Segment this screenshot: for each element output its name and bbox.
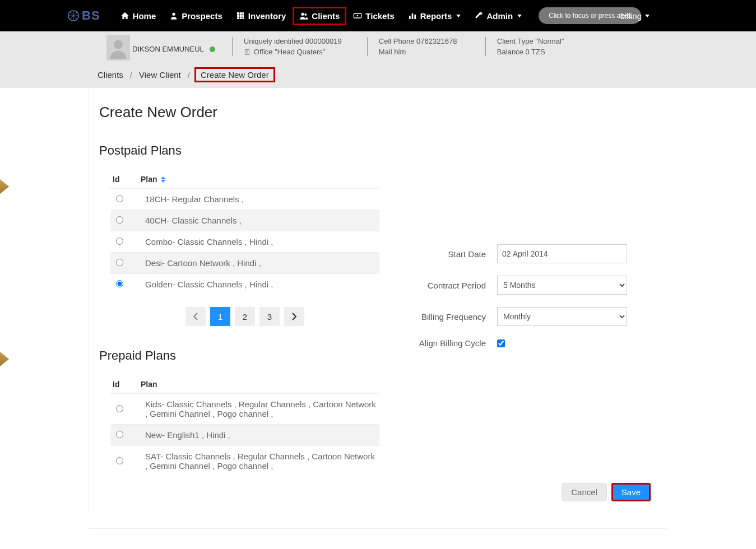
plan-radio[interactable] xyxy=(116,405,123,412)
nav-clients-label: Clients xyxy=(312,11,340,21)
postpaid-table: Id Plan 18CH- Regular Channels , xyxy=(110,170,379,295)
plan-radio[interactable] xyxy=(116,216,123,224)
svg-rect-20 xyxy=(246,50,247,52)
plan-radio[interactable] xyxy=(116,431,123,438)
nav-reports[interactable]: Reports xyxy=(401,7,468,25)
svg-rect-4 xyxy=(242,12,244,15)
nav-prospects[interactable]: Prospects xyxy=(163,7,229,25)
client-name: DIKSON EMMUNEUL xyxy=(132,45,204,53)
caret-down-icon xyxy=(645,15,650,17)
grid-icon xyxy=(236,11,245,20)
contract-label: Contract Period xyxy=(407,281,497,290)
start-date-row: Start Date xyxy=(407,244,656,263)
user-label: billing xyxy=(620,11,642,21)
edge-arrow[interactable] xyxy=(0,352,9,366)
breadcrumb-clients[interactable]: Clients xyxy=(95,69,126,81)
page-prev-button[interactable] xyxy=(185,307,206,326)
client-name-block: DIKSON EMMUNEUL xyxy=(132,35,226,53)
divider xyxy=(485,37,486,56)
billing-select[interactable]: Monthly xyxy=(497,307,627,326)
svg-rect-17 xyxy=(414,15,416,19)
nav-admin[interactable]: Admin xyxy=(467,7,528,25)
nav-clients[interactable]: Clients xyxy=(293,7,346,25)
align-checkbox[interactable] xyxy=(497,339,505,347)
svg-rect-7 xyxy=(242,15,244,17)
col-id-header: Id xyxy=(110,380,141,389)
nav-admin-label: Admin xyxy=(486,11,513,21)
caret-down-icon xyxy=(517,15,522,17)
col-plan-header[interactable]: Plan xyxy=(141,175,379,184)
mail-link[interactable]: Mail him xyxy=(379,48,480,56)
nav-inventory[interactable]: Inventory xyxy=(229,7,293,25)
users-icon xyxy=(299,11,308,20)
user-menu[interactable]: billing xyxy=(620,11,650,21)
brand[interactable]: BS xyxy=(67,8,100,23)
table-row[interactable]: New- English1 , Hindi , xyxy=(110,424,379,445)
chart-icon xyxy=(408,11,417,20)
contract-row: Contract Period 5 Months xyxy=(407,276,656,295)
page-title: Create New Order xyxy=(99,104,656,121)
nav-reports-label: Reports xyxy=(420,11,452,21)
col-plan-label: Plan xyxy=(141,380,157,389)
table-row[interactable]: Combo- Classic Channels , Hindi , xyxy=(110,231,379,252)
table-row[interactable]: Kids- Classic Channels , Regular Channel… xyxy=(110,393,379,424)
table-row[interactable]: Desi- Cartoon Network , Hindi , xyxy=(110,252,379,273)
main-content: Create New Order Postpaid Plans Id Plan xyxy=(89,88,666,515)
prepaid-title: Prepaid Plans xyxy=(99,348,391,363)
cancel-button[interactable]: Cancel xyxy=(562,483,607,501)
plan-radio[interactable] xyxy=(116,259,123,266)
client-type-label: Client Type "Normal" xyxy=(497,37,564,45)
plan-radio[interactable] xyxy=(116,457,123,464)
plan-radio[interactable] xyxy=(116,280,123,287)
prepaid-table: Id Plan Kids- Classic Channels , Regular… xyxy=(110,375,379,476)
svg-rect-15 xyxy=(409,16,411,19)
svg-point-14 xyxy=(357,15,359,17)
sort-icon xyxy=(161,176,165,183)
svg-point-1 xyxy=(173,13,175,16)
ticket-icon xyxy=(353,11,362,20)
svg-rect-23 xyxy=(247,52,248,53)
caret-down-icon xyxy=(456,15,461,17)
avatar xyxy=(106,35,130,61)
plan-name: 18CH- Regular Channels , xyxy=(145,194,379,204)
breadcrumb-view-client[interactable]: View Client xyxy=(137,69,183,81)
info-col-2: Cell Phone 0762321678 Mail him xyxy=(379,35,480,56)
nav-home[interactable]: Home xyxy=(114,7,163,25)
building-icon xyxy=(244,49,251,55)
wrench-icon xyxy=(474,11,483,20)
plan-name: 40CH- Classic Channels , xyxy=(145,216,379,225)
page-1-button[interactable]: 1 xyxy=(210,307,230,326)
plans-column: Postpaid Plans Id Plan 18CH- Regular Cha… xyxy=(99,143,391,476)
svg-point-12 xyxy=(305,13,307,16)
col-id-header: Id xyxy=(110,175,141,184)
start-date-input[interactable] xyxy=(497,244,627,263)
table-row[interactable]: Golden- Classic Channels , Hindi , xyxy=(110,273,379,295)
edge-arrow[interactable] xyxy=(0,179,9,194)
svg-rect-22 xyxy=(246,52,247,53)
plan-name: Kids- Classic Channels , Regular Channel… xyxy=(145,399,379,418)
svg-rect-16 xyxy=(411,13,413,19)
billing-row: Billing Frequency Monthly xyxy=(407,307,656,326)
breadcrumb-current: Create New Order xyxy=(194,67,275,82)
info-col-3: Client Type "Normal" Balance 0 TZS xyxy=(497,35,564,56)
save-button[interactable]: Save xyxy=(611,483,651,501)
table-row[interactable]: 40CH- Classic Channels , xyxy=(110,210,379,231)
breadcrumb-sep: / xyxy=(188,70,190,80)
page-2-button[interactable]: 2 xyxy=(235,307,255,326)
divider xyxy=(232,37,233,56)
start-date-label: Start Date xyxy=(407,249,497,259)
plan-radio[interactable] xyxy=(116,195,123,202)
page-3-button[interactable]: 3 xyxy=(259,307,280,326)
page-next-button[interactable] xyxy=(284,307,304,326)
table-row[interactable]: SAT- Classic Channels , Regular Channels… xyxy=(110,445,379,476)
office-label: Office "Head Quaters" xyxy=(254,48,326,56)
plan-name: Golden- Classic Channels , Hindi , xyxy=(145,280,379,289)
table-row[interactable]: 18CH- Regular Channels , xyxy=(110,188,379,210)
plan-radio[interactable] xyxy=(116,238,123,245)
svg-rect-10 xyxy=(242,17,244,19)
order-form: Start Date Contract Period 5 Months Bill… xyxy=(407,143,656,476)
nav-tickets[interactable]: Tickets xyxy=(346,7,401,25)
svg-rect-3 xyxy=(239,12,242,15)
contract-select[interactable]: 5 Months xyxy=(497,276,627,295)
col-plan-header[interactable]: Plan xyxy=(141,380,379,389)
